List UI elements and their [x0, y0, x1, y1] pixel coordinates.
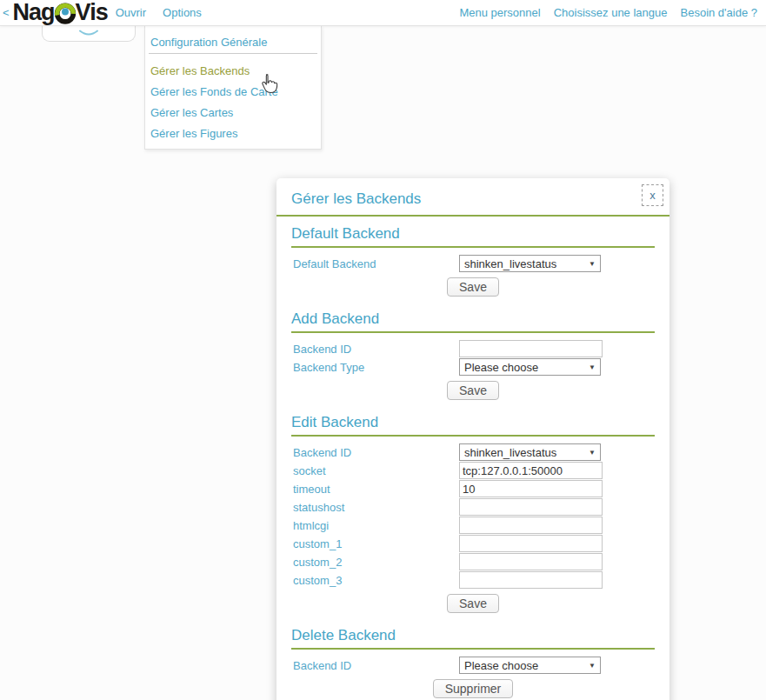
edit-timeout-label: timeout: [291, 483, 459, 496]
edit-backend-id-label: Backend ID: [291, 446, 459, 459]
dialog-title: Gérer les Backends: [291, 190, 421, 207]
logo-text-prefix: Nag: [13, 1, 55, 24]
form-row: Backend ID: [291, 340, 655, 357]
default-backend-label: Default Backend: [291, 257, 459, 270]
form-row: htmlcgi: [291, 517, 655, 534]
menu-item-gerer-backends[interactable]: Gérer les Backends: [145, 61, 321, 82]
save-default-backend-button[interactable]: Save: [447, 277, 499, 297]
edit-custom3-label: custom_3: [291, 574, 459, 587]
dialog-body: Default Backend Default Backend shinken_…: [276, 225, 669, 700]
edit-timeout-input[interactable]: [459, 480, 603, 497]
edit-socket-label: socket: [291, 464, 459, 477]
default-backend-select[interactable]: shinken_livestatus ▼: [459, 255, 601, 272]
collapse-header-link[interactable]: <: [0, 6, 13, 19]
select-arrow-icon: ▼: [589, 449, 597, 457]
save-edit-backend-button[interactable]: Save: [447, 594, 499, 613]
manage-backends-dialog: Gérer les Backends x Default Backend Def…: [276, 178, 669, 700]
edit-custom2-label: custom_2: [291, 556, 459, 569]
add-backend-type-label: Backend Type: [291, 361, 459, 374]
section-heading-delete-backend: Delete Backend: [291, 627, 655, 650]
form-row: Backend Type Please choose ▼: [291, 358, 655, 376]
chevron-down-icon: [78, 30, 99, 37]
menu-item-configuration-generale[interactable]: Configuration Générale: [145, 32, 321, 53]
menu-divider: [149, 53, 317, 54]
add-backend-type-select[interactable]: Please choose ▼: [459, 358, 601, 376]
nagvis-logo[interactable]: Nag Vis: [13, 1, 108, 25]
edit-backend-id-select[interactable]: shinken_livestatus ▼: [459, 443, 601, 461]
logo-text-suffix: Vis: [76, 1, 108, 24]
dialog-titlebar: Gérer les Backends x: [276, 178, 669, 217]
select-arrow-icon: ▼: [589, 662, 597, 670]
top-header-bar: < Nag Vis Ouvrir Options Menu personnel …: [0, 0, 766, 26]
select-arrow-icon: ▼: [589, 260, 597, 268]
menu-ouvrir[interactable]: Ouvrir: [116, 6, 146, 19]
add-backend-id-input[interactable]: [459, 340, 603, 357]
add-backend-id-label: Backend ID: [291, 343, 459, 356]
user-menu: Menu personnel Choisissez une langue Bes…: [459, 6, 766, 19]
menu-options[interactable]: Options: [163, 6, 202, 19]
delete-backend-id-select[interactable]: Please choose ▼: [459, 657, 601, 674]
form-row: custom_1: [291, 535, 655, 552]
menu-language[interactable]: Choisissez une langue: [554, 6, 668, 19]
edit-htmlcgi-input[interactable]: [459, 517, 603, 534]
main-menu: Ouvrir Options: [116, 6, 202, 19]
menu-help[interactable]: Besoin d'aide ?: [681, 6, 758, 19]
edit-custom3-input[interactable]: [459, 571, 603, 589]
options-dropdown-menu: Configuration Générale Gérer les Backend…: [144, 26, 322, 150]
menu-personnel[interactable]: Menu personnel: [459, 6, 540, 19]
form-row: custom_3: [291, 571, 655, 589]
section-heading-add-backend: Add Backend: [291, 310, 655, 333]
edit-statushost-label: statushost: [291, 501, 459, 514]
edit-custom2-input[interactable]: [459, 553, 603, 570]
form-row: custom_2: [291, 553, 655, 570]
menu-item-gerer-fonds-de-carte[interactable]: Gérer les Fonds de Carte: [145, 82, 321, 103]
header-toggle-tab[interactable]: [42, 26, 136, 42]
menu-item-gerer-figures[interactable]: Gérer les Figures: [145, 123, 321, 144]
close-icon[interactable]: x: [642, 184, 663, 206]
edit-statushost-input[interactable]: [459, 498, 603, 516]
edit-socket-input[interactable]: [459, 462, 603, 479]
form-row: statushost: [291, 498, 655, 516]
edit-custom1-label: custom_1: [291, 537, 459, 550]
delete-backend-id-label: Backend ID: [291, 659, 459, 672]
section-heading-edit-backend: Edit Backend: [291, 414, 655, 437]
edit-htmlcgi-label: htmlcgi: [291, 519, 459, 532]
form-row: socket: [291, 462, 655, 479]
nagvis-globe-icon: [54, 3, 77, 25]
save-add-backend-button[interactable]: Save: [447, 381, 499, 400]
form-row: timeout: [291, 480, 655, 497]
menu-item-gerer-cartes[interactable]: Gérer les Cartes: [145, 103, 321, 123]
form-row: Backend ID shinken_livestatus ▼: [291, 443, 655, 461]
form-row: Default Backend shinken_livestatus ▼: [291, 255, 655, 272]
select-arrow-icon: ▼: [589, 363, 597, 371]
form-row: Backend ID Please choose ▼: [291, 657, 655, 674]
section-heading-default-backend: Default Backend: [291, 225, 655, 248]
edit-custom1-input[interactable]: [459, 535, 603, 552]
supprimer-button[interactable]: Supprimer: [433, 679, 514, 698]
